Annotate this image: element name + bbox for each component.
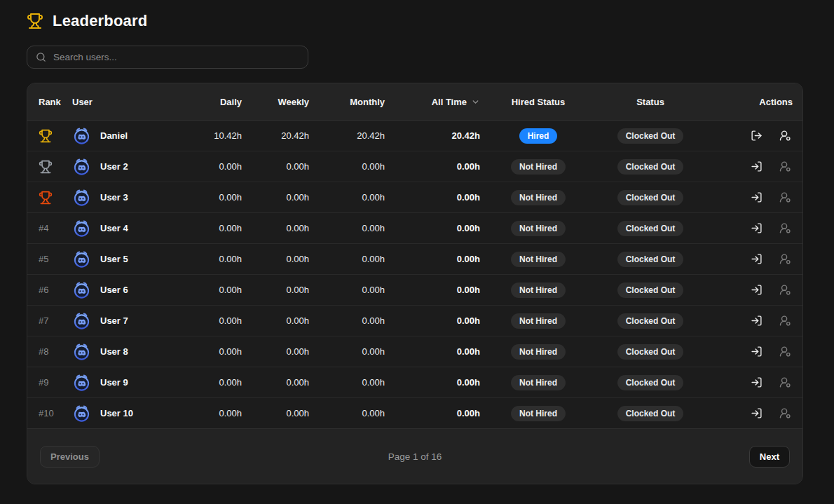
- hired-status-badge: Not Hired: [511, 406, 566, 421]
- clock-action-button[interactable]: [751, 376, 763, 388]
- table-row: #4 User 4 0.00h 0.00h 0.00h 0.00h Not Hi…: [27, 213, 802, 244]
- table-body: Daniel 10.42h 20.42h 20.42h 20.42h Hired…: [27, 121, 802, 428]
- column-header-rank: Rank: [27, 97, 67, 107]
- table-row: #9 User 9 0.00h 0.00h 0.00h 0.00h Not Hi…: [27, 367, 802, 398]
- user-name: User 3: [100, 192, 128, 203]
- log-in-icon: [751, 407, 763, 419]
- hired-status-badge: Hired: [519, 128, 558, 144]
- all-time-hours: 20.42h: [390, 130, 486, 141]
- leaderboard-table: Rank User Daily Weekly Monthly All Time …: [27, 83, 803, 484]
- column-header-monthly: Monthly: [315, 97, 390, 107]
- search-input[interactable]: [53, 52, 299, 62]
- user-settings-icon: [779, 346, 791, 357]
- table-row: Daniel 10.42h 20.42h 20.42h 20.42h Hired…: [27, 121, 802, 151]
- log-in-icon: [751, 376, 763, 388]
- user-manage-button[interactable]: [779, 315, 791, 327]
- table-row: #7 User 7 0.00h 0.00h 0.00h 0.00h Not Hi…: [27, 306, 802, 336]
- rank-trophy-icon: [39, 160, 53, 174]
- all-time-hours: 0.00h: [390, 223, 486, 233]
- daily-hours: 0.00h: [182, 192, 247, 203]
- weekly-hours: 0.00h: [247, 192, 315, 203]
- user-cell: User 8: [67, 342, 182, 361]
- status-badge: Clocked Out: [617, 282, 684, 298]
- clock-action-button[interactable]: [751, 253, 763, 265]
- user-cell: User 6: [67, 280, 182, 299]
- hired-status-badge: Not Hired: [511, 159, 566, 175]
- clock-action-button[interactable]: [751, 191, 763, 203]
- leaderboard-page: Leaderboard Rank User Daily Weekly Month…: [0, 0, 834, 504]
- next-page-button[interactable]: Next: [749, 446, 790, 468]
- weekly-hours: 0.00h: [247, 408, 315, 418]
- table-row: #5 User 5 0.00h 0.00h 0.00h 0.00h Not Hi…: [27, 244, 802, 275]
- pagination: Previous Page 1 of 16 Next: [27, 428, 802, 484]
- rank-number: #8: [39, 346, 48, 357]
- discord-clock-avatar-icon: [72, 157, 91, 176]
- previous-page-button[interactable]: Previous: [40, 446, 100, 468]
- clock-action-button[interactable]: [751, 130, 763, 142]
- discord-clock-avatar-icon: [72, 280, 91, 299]
- clock-action-button[interactable]: [751, 284, 763, 296]
- clock-action-button[interactable]: [751, 346, 763, 357]
- clock-action-button[interactable]: [751, 161, 763, 172]
- status-badge: Clocked Out: [617, 128, 684, 144]
- user-settings-icon: [779, 191, 791, 203]
- user-cell: User 2: [67, 157, 182, 176]
- user-name: User 2: [100, 161, 128, 172]
- clock-action-button[interactable]: [751, 222, 763, 234]
- discord-clock-avatar-icon: [72, 188, 91, 207]
- user-manage-button[interactable]: [779, 161, 791, 172]
- user-manage-button[interactable]: [779, 130, 791, 142]
- discord-clock-avatar-icon: [72, 311, 91, 330]
- discord-clock-avatar-icon: [72, 404, 91, 423]
- user-cell: User 5: [67, 250, 182, 268]
- user-name: User 4: [100, 223, 128, 233]
- monthly-hours: 0.00h: [315, 346, 390, 357]
- user-manage-button[interactable]: [779, 376, 791, 388]
- column-header-all-time-sort-button[interactable]: All Time: [390, 97, 486, 107]
- monthly-hours: 0.00h: [315, 285, 390, 295]
- user-name: User 10: [100, 408, 133, 418]
- user-name: User 6: [100, 285, 128, 295]
- user-name: Daniel: [100, 130, 128, 141]
- column-header-weekly: Weekly: [247, 97, 315, 107]
- daily-hours: 0.00h: [182, 408, 247, 418]
- user-cell: User 7: [67, 311, 182, 330]
- clock-action-button[interactable]: [751, 315, 763, 327]
- hired-status-badge: Not Hired: [511, 221, 566, 236]
- monthly-hours: 0.00h: [315, 254, 390, 264]
- weekly-hours: 0.00h: [247, 254, 315, 264]
- rank-number: #6: [39, 285, 48, 295]
- user-manage-button[interactable]: [779, 407, 791, 419]
- all-time-hours: 0.00h: [390, 161, 486, 172]
- user-manage-button[interactable]: [779, 191, 791, 203]
- status-badge: Clocked Out: [617, 406, 684, 421]
- log-out-icon: [751, 130, 763, 142]
- daily-hours: 0.00h: [182, 285, 247, 295]
- user-manage-button[interactable]: [779, 222, 791, 234]
- discord-clock-avatar-icon: [72, 342, 91, 361]
- table-row: #6 User 6 0.00h 0.00h 0.00h 0.00h Not Hi…: [27, 275, 802, 306]
- all-time-hours: 0.00h: [390, 315, 486, 326]
- weekly-hours: 0.00h: [247, 161, 315, 172]
- daily-hours: 0.00h: [182, 377, 247, 388]
- user-manage-button[interactable]: [779, 253, 791, 265]
- search-box: [27, 46, 308, 69]
- clock-action-button[interactable]: [751, 407, 763, 419]
- status-badge: Clocked Out: [617, 344, 684, 360]
- column-header-daily: Daily: [182, 97, 247, 107]
- trophy-icon: [27, 13, 43, 29]
- user-manage-button[interactable]: [779, 346, 791, 357]
- log-in-icon: [751, 191, 763, 203]
- monthly-hours: 20.42h: [315, 130, 390, 141]
- user-cell: User 4: [67, 219, 182, 238]
- rank-trophy-icon: [39, 129, 53, 143]
- daily-hours: 0.00h: [182, 161, 247, 172]
- discord-clock-avatar-icon: [72, 219, 91, 238]
- weekly-hours: 0.00h: [247, 223, 315, 233]
- chevron-down-icon: [471, 97, 480, 107]
- table-row: User 3 0.00h 0.00h 0.00h 0.00h Not Hired…: [27, 182, 802, 213]
- weekly-hours: 0.00h: [247, 315, 315, 326]
- user-manage-button[interactable]: [779, 284, 791, 296]
- hired-status-badge: Not Hired: [511, 313, 566, 329]
- user-cell: User 10: [67, 404, 182, 423]
